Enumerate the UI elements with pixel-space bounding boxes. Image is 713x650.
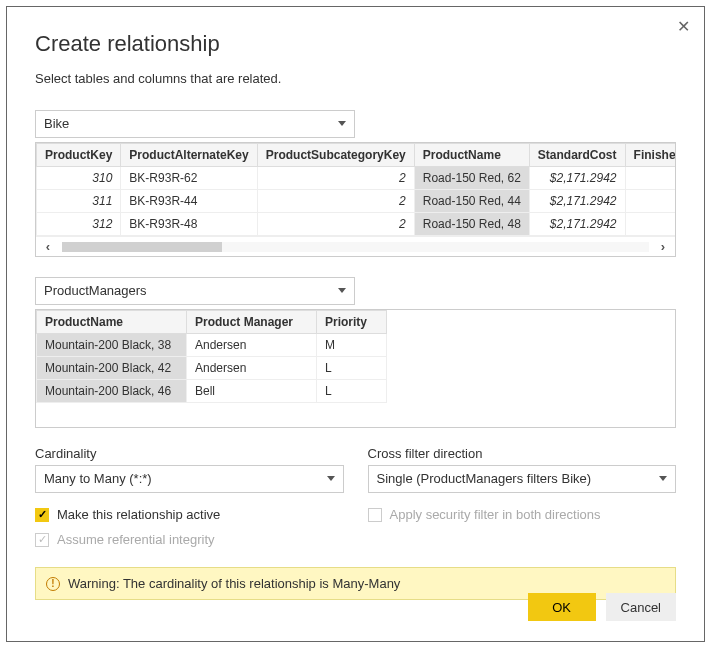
table1-select[interactable]: Bike [35,110,355,138]
scroll-track[interactable] [62,242,649,252]
col-productname-2[interactable]: ProductName [37,311,187,334]
apply-security-label: Apply security filter in both directions [390,507,601,522]
col-standardcost[interactable]: StandardCost [529,144,625,167]
col-productsubcategorykey[interactable]: ProductSubcategoryKey [257,144,414,167]
chevron-down-icon [338,121,346,126]
scroll-left-icon[interactable]: ‹ [36,239,60,254]
cardinality-select[interactable]: Many to Many (*:*) [35,465,344,493]
table-row[interactable]: Mountain-200 Black, 38 Andersen M [37,334,387,357]
col-product-manager[interactable]: Product Manager [187,311,317,334]
cardinality-label: Cardinality [35,446,344,461]
table-row[interactable]: Mountain-200 Black, 42 Andersen L [37,357,387,380]
table2-header-row: ProductName Product Manager Priority [37,311,387,334]
table1-grid[interactable]: ProductKey ProductAlternateKey ProductSu… [36,143,676,236]
col-productname[interactable]: ProductName [414,144,529,167]
table2-preview: ProductName Product Manager Priority Mou… [35,309,676,428]
chevron-down-icon [659,476,667,481]
assume-referential-checkbox: Assume referential integrity [35,532,344,547]
make-active-checkbox[interactable]: Make this relationship active [35,507,344,522]
checkbox-icon [368,508,382,522]
table-row[interactable]: Mountain-200 Black, 46 Bell L [37,380,387,403]
crossfilter-value: Single (ProductManagers filters Bike) [377,471,592,486]
warning-icon: ! [46,577,60,591]
scroll-right-icon[interactable]: › [651,239,675,254]
col-productkey[interactable]: ProductKey [37,144,121,167]
chevron-down-icon [327,476,335,481]
dialog-title: Create relationship [35,31,676,57]
make-active-label: Make this relationship active [57,507,220,522]
table2-select-value: ProductManagers [44,283,147,298]
chevron-down-icon [338,288,346,293]
col-finishedgoodsflag[interactable]: FinishedGoodsFlag [625,144,676,167]
scroll-thumb[interactable] [62,242,222,252]
table2-grid[interactable]: ProductName Product Manager Priority Mou… [36,310,387,403]
table1-header-row: ProductKey ProductAlternateKey ProductSu… [37,144,677,167]
col-productalternatekey[interactable]: ProductAlternateKey [121,144,257,167]
crossfilter-select[interactable]: Single (ProductManagers filters Bike) [368,465,677,493]
checkbox-icon [35,533,49,547]
table1-hscrollbar[interactable]: ‹ › [36,236,675,256]
dialog-instruction: Select tables and columns that are relat… [35,71,676,86]
warning-text: Warning: The cardinality of this relatio… [68,576,400,591]
assume-referential-label: Assume referential integrity [57,532,215,547]
cancel-button[interactable]: Cancel [606,593,676,621]
create-relationship-dialog: ✕ Create relationship Select tables and … [6,6,705,642]
table-row[interactable]: 312 BK-R93R-48 2 Road-150 Red, 48 $2,171… [37,213,677,236]
apply-security-checkbox: Apply security filter in both directions [368,507,677,522]
table2-select[interactable]: ProductManagers [35,277,355,305]
table-row[interactable]: 310 BK-R93R-62 2 Road-150 Red, 62 $2,171… [37,167,677,190]
ok-button[interactable]: OK [528,593,596,621]
table1-select-value: Bike [44,116,69,131]
table1-preview: ProductKey ProductAlternateKey ProductSu… [35,142,676,257]
checkbox-icon [35,508,49,522]
col-priority[interactable]: Priority [317,311,387,334]
crossfilter-label: Cross filter direction [368,446,677,461]
cardinality-value: Many to Many (*:*) [44,471,152,486]
table-row[interactable]: 311 BK-R93R-44 2 Road-150 Red, 44 $2,171… [37,190,677,213]
close-icon[interactable]: ✕ [677,17,690,36]
